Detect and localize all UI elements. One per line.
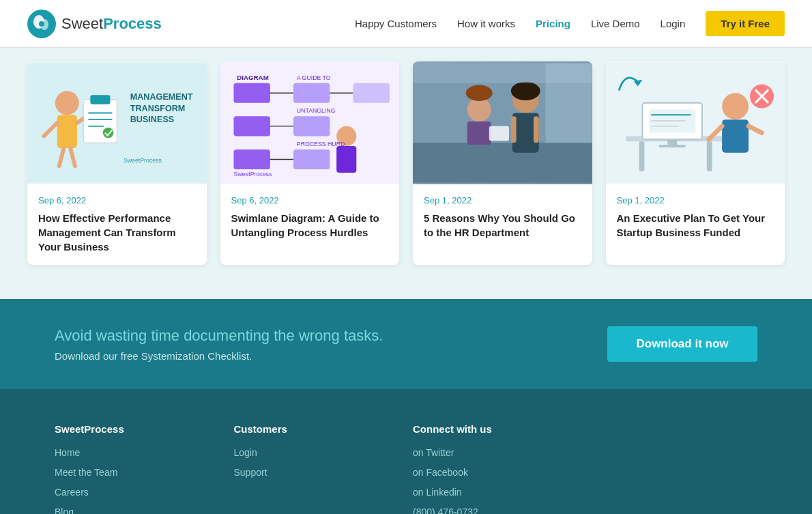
footer-link-meet-the-team[interactable]: Meet the Team (55, 466, 220, 480)
nav-pricing[interactable]: Pricing (536, 18, 570, 29)
blog-cards-section: MANAGEMENT TRANSFORM BUSINESS SweetProce… (0, 48, 812, 299)
card-2-image: DIAGRAM A GUIDE TO UNTANGLING PROCESS HU… (220, 61, 400, 184)
logo-icon (27, 10, 56, 38)
blog-card-1[interactable]: MANAGEMENT TRANSFORM BUSINESS SweetProce… (27, 61, 207, 265)
main-nav: Happy Customers How it works Pricing Liv… (355, 11, 785, 36)
svg-rect-23 (233, 116, 270, 136)
svg-rect-29 (293, 116, 329, 136)
card-1-image: MANAGEMENT TRANSFORM BUSINESS SweetProce… (27, 61, 207, 184)
svg-rect-12 (90, 95, 110, 104)
card-3-image (413, 61, 592, 184)
svg-rect-32 (353, 83, 389, 103)
svg-rect-65 (722, 119, 749, 153)
header: SweetProcess Happy Customers How it work… (0, 0, 812, 48)
svg-text:TRANSFORM: TRANSFORM (130, 104, 186, 113)
try-it-free-button[interactable]: Try it Free (706, 11, 785, 36)
card-3-title: 5 Reasons Why You Should Go to the HR De… (424, 211, 581, 240)
footer-link-careers[interactable]: Careers (55, 485, 220, 500)
blog-card-3[interactable]: Sep 1, 2022 5 Reasons Why You Should Go … (413, 61, 592, 265)
footer-customers-col: Customers Login Support (234, 423, 400, 514)
svg-rect-45 (534, 116, 539, 143)
footer-empty-col (592, 423, 758, 514)
footer-brand-heading: SweetProcess (55, 423, 220, 435)
svg-text:PROCESS HURD: PROCESS HURD (296, 141, 345, 147)
download-button[interactable]: Download it now (607, 326, 757, 362)
logo[interactable]: SweetProcess (27, 10, 162, 38)
svg-rect-44 (511, 116, 517, 143)
svg-text:BUSINESS: BUSINESS (130, 115, 175, 124)
svg-rect-30 (293, 149, 329, 169)
nav-how-it-works[interactable]: How it works (457, 18, 515, 29)
footer-link-phone[interactable]: (800) 476-0732 (413, 505, 579, 514)
card-2-body: Sep 6, 2022 Swimlane Diagram: A Guide to… (220, 184, 400, 251)
svg-rect-6 (57, 115, 77, 148)
svg-rect-28 (293, 83, 329, 103)
svg-rect-24 (233, 149, 270, 169)
nav-login[interactable]: Login (661, 18, 686, 29)
svg-rect-63 (658, 145, 685, 147)
card-3-date: Sep 1, 2022 (424, 195, 581, 205)
footer: SweetProcess Home Meet the Team Careers … (0, 389, 812, 514)
svg-point-64 (722, 93, 749, 119)
card-3-body: Sep 1, 2022 5 Reasons Why You Should Go … (413, 184, 592, 251)
footer-link-login[interactable]: Login (234, 446, 400, 460)
card-4-title: An Executive Plan To Get Your Startup Bu… (617, 211, 774, 240)
footer-link-home[interactable]: Home (55, 446, 220, 460)
footer-customers-heading: Customers (234, 423, 400, 435)
svg-rect-41 (413, 143, 592, 182)
blog-card-2[interactable]: DIAGRAM A GUIDE TO UNTANGLING PROCESS HU… (220, 61, 400, 265)
svg-rect-34 (336, 146, 356, 173)
footer-connect-col: Connect with us on Twitter on Facebook o… (413, 423, 579, 514)
footer-connect-heading: Connect with us (413, 423, 579, 435)
logo-text: SweetProcess (61, 15, 162, 33)
nav-happy-customers[interactable]: Happy Customers (355, 18, 437, 29)
cta-heading: Avoid wasting time documenting the wrong… (55, 327, 383, 345)
footer-link-twitter[interactable]: on Twitter (413, 446, 579, 460)
cards-grid: MANAGEMENT TRANSFORM BUSINESS SweetProce… (27, 61, 785, 265)
svg-rect-52 (545, 63, 592, 143)
cta-banner: Avoid wasting time documenting the wrong… (0, 299, 812, 389)
svg-rect-56 (706, 141, 712, 171)
svg-text:UNTANGLING: UNTANGLING (296, 107, 335, 114)
svg-text:SweetProcess: SweetProcess (124, 157, 162, 164)
card-2-date: Sep 6, 2022 (231, 195, 389, 205)
card-1-date: Sep 6, 2022 (38, 195, 196, 205)
footer-link-facebook[interactable]: on Facebook (413, 466, 579, 480)
card-1-body: Sep 6, 2022 How Effective Performance Ma… (27, 184, 207, 265)
svg-point-49 (466, 85, 493, 101)
svg-point-5 (55, 91, 79, 115)
footer-link-support[interactable]: Support (234, 466, 400, 480)
card-4-body: Sep 1, 2022 An Executive Plan To Get You… (606, 184, 785, 251)
footer-brand-col: SweetProcess Home Meet the Team Careers … (55, 423, 220, 514)
card-2-title: Swimlane Diagram: A Guide to Untangling … (231, 211, 389, 240)
cta-text: Avoid wasting time documenting the wrong… (55, 327, 383, 362)
svg-rect-55 (639, 141, 644, 171)
svg-point-16 (103, 128, 114, 139)
svg-text:DIAGRAM: DIAGRAM (237, 74, 268, 81)
svg-text:SweetProcess: SweetProcess (233, 171, 272, 177)
svg-rect-48 (467, 122, 491, 145)
card-1-title: How Effective Performance Management Can… (38, 211, 196, 254)
svg-text:A GUIDE TO: A GUIDE TO (296, 74, 330, 81)
svg-rect-22 (233, 83, 270, 103)
nav-live-demo[interactable]: Live Demo (591, 18, 640, 29)
card-4-date: Sep 1, 2022 (617, 195, 774, 205)
svg-point-46 (511, 82, 540, 100)
svg-rect-50 (489, 126, 509, 141)
footer-link-linkedin[interactable]: on Linkedin (413, 485, 579, 500)
svg-rect-62 (667, 139, 677, 145)
svg-text:MANAGEMENT: MANAGEMENT (130, 92, 193, 102)
card-4-image (606, 61, 785, 184)
cta-subtext: Download our free Systemization Checklis… (55, 350, 383, 362)
footer-link-blog[interactable]: Blog (55, 505, 220, 514)
svg-point-47 (467, 98, 491, 122)
blog-card-4[interactable]: Sep 1, 2022 An Executive Plan To Get You… (606, 61, 785, 265)
footer-grid: SweetProcess Home Meet the Team Careers … (55, 423, 757, 514)
svg-point-3 (39, 21, 44, 27)
